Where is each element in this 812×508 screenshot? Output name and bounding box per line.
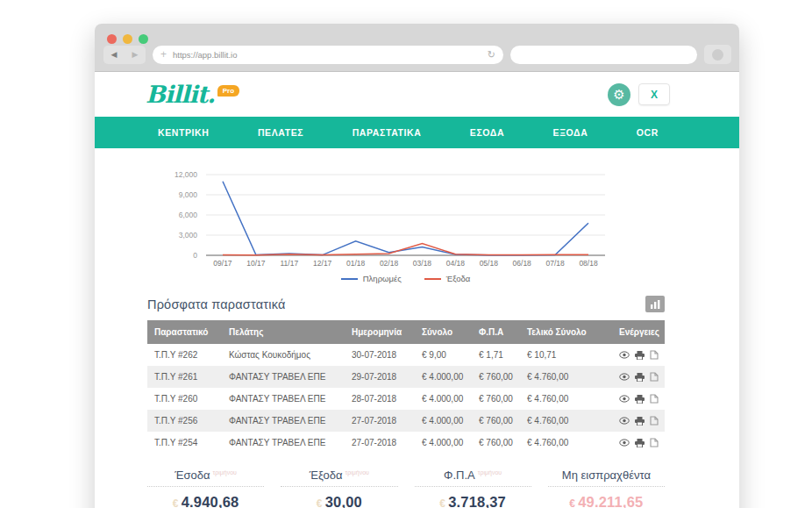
eye-icon <box>619 351 630 359</box>
stat-label: Έξοδατριμήνου <box>281 469 397 487</box>
svg-text:11/17: 11/17 <box>280 259 298 268</box>
pdf-invoice-button[interactable] <box>650 394 659 404</box>
url-text[interactable]: https://app.billit.io <box>173 50 481 60</box>
svg-text:3,000: 3,000 <box>179 231 198 240</box>
cell-total: € 9,00 <box>415 344 472 366</box>
cell-client: ΦΑΝΤΑΣΥ ΤΡΑΒΕΛ ΕΠΕ <box>222 432 345 454</box>
stat-label: Φ.Π.Ατριμήνου <box>415 469 531 487</box>
back-button[interactable]: ◀ <box>111 50 118 59</box>
stat-label: Μη εισπραχθέντα <box>548 469 665 487</box>
nav-item-πελατες[interactable]: ΠΕΛΑΤΕΣ <box>258 127 303 138</box>
table-row: Τ.Π.Υ #256 ΦΑΝΤΑΣΥ ΤΡΑΒΕΛ ΕΠΕ 27-07-2018… <box>147 410 665 432</box>
print-invoice-button[interactable] <box>635 417 645 426</box>
cell-client: ΦΑΝΤΑΣΥ ΤΡΑΒΕΛ ΕΠΕ <box>222 388 345 410</box>
table-row: Τ.Π.Υ #260 ΦΑΝΤΑΣΥ ΤΡΑΒΕΛ ΕΠΕ 28-07-2018… <box>147 388 665 410</box>
titlebar <box>95 24 739 44</box>
view-invoice-button[interactable] <box>619 417 630 425</box>
chart-toggle-button[interactable] <box>645 296 665 312</box>
cell-document: Τ.Π.Υ #256 <box>147 410 222 432</box>
column-header: Πελάτης <box>222 320 345 344</box>
cell-date: 28-07-2018 <box>345 388 415 410</box>
settings-button[interactable]: ⚙ <box>608 83 630 106</box>
legend-line-swatch <box>341 278 358 280</box>
cell-actions <box>612 344 665 366</box>
printer-icon <box>635 351 645 360</box>
gear-icon: ⚙ <box>613 87 624 103</box>
cell-document: Τ.Π.Υ #254 <box>147 432 222 454</box>
euro-sign: € <box>173 497 179 508</box>
print-invoice-button[interactable] <box>635 439 645 447</box>
app-header: Billit.Pro ⚙ X <box>95 72 739 117</box>
cell-actions <box>612 432 665 454</box>
view-invoice-button[interactable] <box>619 395 630 403</box>
printer-icon <box>635 395 645 404</box>
stat-period: τριμήνου <box>345 469 368 476</box>
pdf-invoice-button[interactable] <box>650 372 659 382</box>
cell-actions <box>612 410 665 432</box>
nav-button-group: ◀ ▶ <box>103 46 146 64</box>
euro-sign: € <box>569 497 575 508</box>
printer-icon <box>635 373 645 382</box>
column-header: Ημερομηνία <box>345 320 415 344</box>
euro-sign: € <box>317 497 323 508</box>
payments-expenses-chart: 03,0006,0009,00012,00009/1710/1711/1712/… <box>145 168 665 283</box>
nav-item-εσοδα[interactable]: ΕΣΟΔΑ <box>470 127 504 138</box>
svg-text:12,000: 12,000 <box>175 170 197 179</box>
printer-icon <box>635 417 645 426</box>
cell-vat: € 760,00 <box>472 432 520 454</box>
cell-vat: € 1,71 <box>472 344 520 366</box>
print-invoice-button[interactable] <box>635 395 645 404</box>
view-invoice-button[interactable] <box>619 439 630 447</box>
svg-text:0: 0 <box>193 251 197 260</box>
close-app-button[interactable]: X <box>638 83 670 105</box>
svg-text:06/18: 06/18 <box>513 259 532 268</box>
cell-client: ΦΑΝΤΑΣΥ ΤΡΑΒΕΛ ΕΠΕ <box>222 366 345 388</box>
svg-text:08/18: 08/18 <box>579 259 598 268</box>
table-row: Τ.Π.Υ #261 ΦΑΝΤΑΣΥ ΤΡΑΒΕΛ ΕΠΕ 29-07-2018… <box>147 366 665 388</box>
close-icon: X <box>651 89 658 101</box>
reload-icon[interactable]: ↻ <box>488 49 495 61</box>
legend-item: Έξοδα <box>424 274 471 283</box>
minimize-window-button[interactable] <box>123 34 132 44</box>
pdf-invoice-button[interactable] <box>650 350 659 360</box>
print-invoice-button[interactable] <box>635 373 645 382</box>
cell-date: 29-07-2018 <box>345 366 415 388</box>
browser-chrome: ◀ ▶ + https://app.billit.io ↻ <box>95 24 739 72</box>
chart-gridlines <box>206 175 605 255</box>
cell-final-total: € 10,71 <box>520 344 612 366</box>
view-invoice-button[interactable] <box>619 351 630 359</box>
cell-date: 27-07-2018 <box>345 432 415 454</box>
pdf-invoice-button[interactable] <box>650 438 659 447</box>
recent-invoices-header: Πρόσφατα παραστατικά <box>147 296 665 312</box>
nav-item-παραστατικα[interactable]: ΠΑΡΑΣΤΑΤΙΚΑ <box>353 127 422 138</box>
forward-button[interactable]: ▶ <box>132 50 139 59</box>
eye-icon <box>619 373 630 381</box>
bar-chart-icon <box>651 300 660 309</box>
zoom-window-button[interactable] <box>139 34 148 44</box>
close-window-button[interactable] <box>107 34 117 44</box>
cell-document: Τ.Π.Υ #261 <box>147 366 222 388</box>
favicon-placeholder-icon: + <box>160 49 167 60</box>
nav-item-εξοδα[interactable]: ΕΞΟΔΑ <box>553 127 588 138</box>
nav-item-κεντρικη[interactable]: ΚΕΝΤΡΙΚΗ <box>158 127 209 138</box>
svg-text:02/18: 02/18 <box>380 259 399 268</box>
svg-text:6,000: 6,000 <box>179 211 198 219</box>
eye-icon <box>619 439 630 447</box>
column-header: Σύνολο <box>415 320 472 344</box>
browser-search-input[interactable] <box>510 46 697 64</box>
pdf-invoice-button[interactable] <box>650 416 659 426</box>
cell-document: Τ.Π.Υ #260 <box>147 388 222 410</box>
cell-client: ΦΑΝΤΑΣΥ ΤΡΑΒΕΛ ΕΠΕ <box>222 410 345 432</box>
cell-client: Κώστας Κουκοδήμος <box>222 344 345 366</box>
svg-text:10/17: 10/17 <box>246 259 266 268</box>
legend-label: Έξοδα <box>446 274 471 283</box>
browser-menu-button[interactable] <box>704 45 731 64</box>
address-bar[interactable]: + https://app.billit.io ↻ <box>153 46 503 64</box>
nav-item-ocr[interactable]: OCR <box>637 127 659 138</box>
logo: Billit.Pro <box>146 81 239 108</box>
eye-icon <box>619 417 630 425</box>
view-invoice-button[interactable] <box>619 373 630 381</box>
profile-circle-icon <box>712 49 723 61</box>
print-invoice-button[interactable] <box>635 351 645 360</box>
section-title: Πρόσφατα παραστατικά <box>147 297 286 311</box>
